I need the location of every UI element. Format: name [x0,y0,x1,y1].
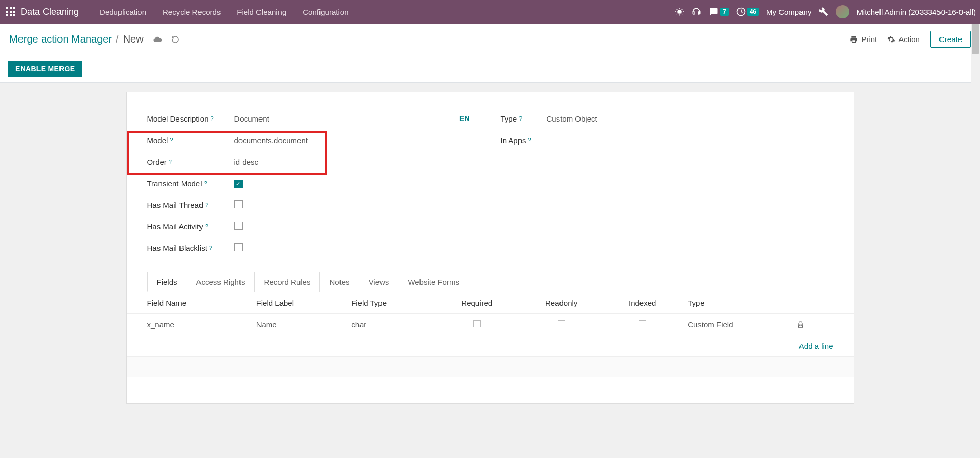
th-indexed[interactable]: Indexed [604,292,681,314]
th-field-type[interactable]: Field Type [344,292,435,314]
language-badge[interactable]: EN [459,114,469,123]
th-field-name[interactable]: Field Name [127,292,249,314]
breadcrumb: Merge action Manager / New [9,33,179,45]
value-order[interactable]: id desc [234,157,480,166]
top-navbar: Data Cleaning Deduplication Recycle Reco… [0,0,980,24]
discard-icon[interactable] [171,35,179,44]
subheader: Merge action Manager / New Print Action … [0,24,980,55]
breadcrumb-separator: / [116,33,119,45]
user-name[interactable]: Mitchell Admin (20333450-16-0-all) [856,8,976,16]
support-icon[interactable] [691,7,702,17]
label-type: Type [501,114,517,123]
table-footer-row [127,377,854,398]
app-brand[interactable]: Data Cleaning [21,7,79,17]
help-icon[interactable]: ? [204,180,207,186]
help-icon[interactable]: ? [211,115,214,122]
field-model-description: Model Description? Document EN [147,108,480,129]
workspace: Model Description? Document EN Model? do… [0,83,980,413]
action-label: Action [898,35,920,44]
field-mail-activity: Has Mail Activity? [147,215,480,237]
field-mail-thread: Has Mail Thread? [147,194,480,215]
label-order: Order [147,157,167,166]
label-transient: Transient Model [147,179,202,188]
nav-configuration[interactable]: Configuration [294,8,356,16]
field-order: Order? id desc [147,151,480,172]
th-field-label[interactable]: Field Label [249,292,345,314]
table-row[interactable]: x_name Name char Custom Field [127,314,854,335]
apps-icon[interactable] [6,7,15,16]
trash-icon[interactable] [797,321,833,329]
tab-fields[interactable]: Fields [147,272,187,292]
field-model: Model? documents.document [147,129,480,151]
tab-website-forms[interactable]: Website Forms [398,272,469,292]
svg-point-0 [677,10,682,14]
checkbox-required[interactable] [473,320,481,327]
help-icon[interactable]: ? [170,137,173,143]
nav-recycle-records[interactable]: Recycle Records [154,8,229,16]
help-icon[interactable]: ? [209,245,212,251]
messages-badge: 7 [720,8,729,16]
th-required[interactable]: Required [435,292,518,314]
breadcrumb-current: New [123,33,144,45]
value-model[interactable]: documents.document [234,136,480,145]
cell-field-label: Name [249,314,345,335]
label-mail-thread: Has Mail Thread [147,201,204,209]
label-in-apps: In Apps [501,136,526,145]
cloud-save-icon[interactable] [153,35,162,44]
help-icon[interactable]: ? [519,115,522,122]
help-icon[interactable]: ? [205,223,208,229]
activities-badge: 46 [747,8,759,16]
tools-icon[interactable] [818,7,829,17]
nav-field-cleaning[interactable]: Field Cleaning [229,8,294,16]
checkbox-indexed[interactable] [639,320,646,327]
avatar[interactable] [836,5,849,18]
form-left-column: Model Description? Document EN Model? do… [147,108,480,258]
breadcrumb-parent[interactable]: Merge action Manager [9,33,112,45]
tab-access-rights[interactable]: Access Rights [187,272,255,292]
field-transient: Transient Model? ✓ [147,172,480,194]
checkbox-mail-blacklist[interactable] [234,243,243,251]
company-name[interactable]: My Company [766,8,811,16]
th-actions [790,292,853,314]
value-model-description[interactable]: Document [234,114,460,123]
label-model-description: Model Description [147,114,209,123]
messages-icon[interactable]: 7 [709,7,729,16]
tab-views[interactable]: Views [359,272,399,292]
field-in-apps: In Apps? [501,129,833,151]
help-icon[interactable]: ? [169,158,172,165]
th-readonly[interactable]: Readonly [518,292,604,314]
table-row-add: Add a line [127,335,854,357]
checkbox-mail-activity[interactable] [234,222,243,230]
field-type: Type? Custom Object [501,108,833,129]
checkbox-mail-thread[interactable] [234,200,243,208]
label-mail-blacklist: Has Mail Blacklist [147,244,208,252]
form-right-column: Type? Custom Object In Apps? [501,108,833,258]
checkbox-transient[interactable]: ✓ [234,180,243,188]
create-button[interactable]: Create [930,31,971,48]
status-row: ENABLE MERGE [0,55,980,83]
tabs: Fields Access Rights Record Rules Notes … [147,272,833,292]
tab-notes[interactable]: Notes [319,272,359,292]
nav-deduplication[interactable]: Deduplication [91,8,154,16]
scrollbar-thumb[interactable] [972,24,979,54]
activities-icon[interactable]: 46 [736,7,759,17]
th-type[interactable]: Type [681,292,790,314]
form-sheet: Model Description? Document EN Model? do… [126,92,854,404]
cell-field-type: char [344,314,435,335]
label-model: Model [147,136,168,145]
scrollbar[interactable] [971,24,980,413]
checkbox-readonly[interactable] [558,320,565,327]
tab-record-rules[interactable]: Record Rules [254,272,321,292]
print-icon [850,35,858,44]
help-icon[interactable]: ? [205,202,208,208]
enable-merge-button[interactable]: ENABLE MERGE [8,61,82,77]
cell-type: Custom Field [681,314,790,335]
help-icon[interactable]: ? [528,137,531,143]
add-line-link[interactable]: Add a line [799,342,833,350]
action-button[interactable]: Action [887,35,920,44]
debug-icon[interactable] [675,7,684,16]
label-mail-activity: Has Mail Activity [147,222,203,231]
value-type[interactable]: Custom Object [547,114,833,123]
print-button[interactable]: Print [850,35,877,44]
gear-icon [887,35,895,44]
